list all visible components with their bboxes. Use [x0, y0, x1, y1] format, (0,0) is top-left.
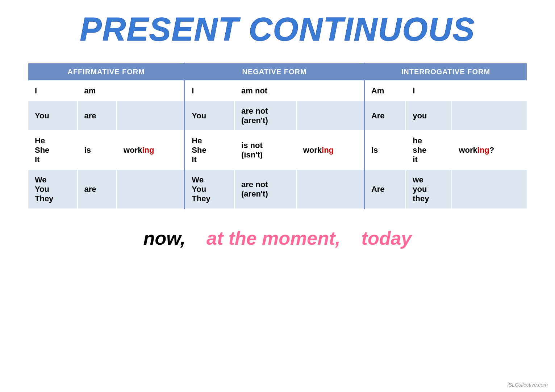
watermark: iSLCollective.com [508, 382, 548, 388]
int-gerund: working? [452, 131, 527, 170]
int-subject: hesheit [406, 131, 452, 170]
neg-gerund [296, 81, 364, 101]
aff-gerund [117, 101, 185, 131]
int-gerund [452, 81, 527, 101]
bottom-word-atmoment: at the moment, [206, 228, 341, 249]
bottom-word-now: now, [143, 228, 186, 249]
int-gerund [452, 101, 527, 131]
neg-subject: I [185, 81, 234, 101]
int-subject: you [406, 101, 452, 131]
grammar-table: AFFIRMATIVE FORM NEGATIVE FORM INTERROGA… [28, 63, 527, 209]
neg-subject: WeYouThey [185, 170, 234, 209]
neg-verb: are not(aren't) [234, 170, 296, 209]
aff-verb: are [78, 170, 117, 209]
neg-gerund [296, 101, 364, 131]
table-row: I am I am not Am I [28, 81, 527, 101]
aff-subject: I [28, 81, 78, 101]
aff-verb: are [78, 101, 117, 131]
int-aux: Are [364, 170, 406, 209]
neg-verb: are not(aren't) [234, 101, 296, 131]
aff-subject: HeSheIt [28, 131, 78, 170]
neg-verb: is not(isn't) [234, 131, 296, 170]
int-aux: Are [364, 101, 406, 131]
bottom-word-today: today [362, 228, 412, 249]
neg-gerund [296, 170, 364, 209]
page-title: PRESENT CONTINUOUS [80, 11, 475, 48]
aff-subject: WeYouThey [28, 170, 78, 209]
table-row: HeSheIt is working HeSheIt is not(isn't)… [28, 131, 527, 170]
neg-subject: HeSheIt [185, 131, 234, 170]
aff-verb: is [78, 131, 117, 170]
header-affirmative: AFFIRMATIVE FORM [28, 63, 185, 81]
neg-gerund: working [296, 131, 364, 170]
neg-subject: You [185, 101, 234, 131]
int-aux: Am [364, 81, 406, 101]
aff-verb: am [78, 81, 117, 101]
int-subject: I [406, 81, 452, 101]
int-gerund [452, 170, 527, 209]
header-negative: NEGATIVE FORM [185, 63, 364, 81]
int-subject: weyouthey [406, 170, 452, 209]
bottom-text: now, at the moment, today [143, 227, 412, 249]
aff-gerund [117, 170, 185, 209]
header-interrogative: INTERROGATIVE FORM [364, 63, 527, 81]
table-row: You are You are not(aren't) Are you [28, 101, 527, 131]
int-aux: Is [364, 131, 406, 170]
aff-gerund: working [117, 131, 185, 170]
aff-subject: You [28, 101, 78, 131]
neg-verb: am not [234, 81, 296, 101]
aff-gerund [117, 81, 185, 101]
table-row: WeYouThey are WeYouThey are not(aren't) … [28, 170, 527, 209]
